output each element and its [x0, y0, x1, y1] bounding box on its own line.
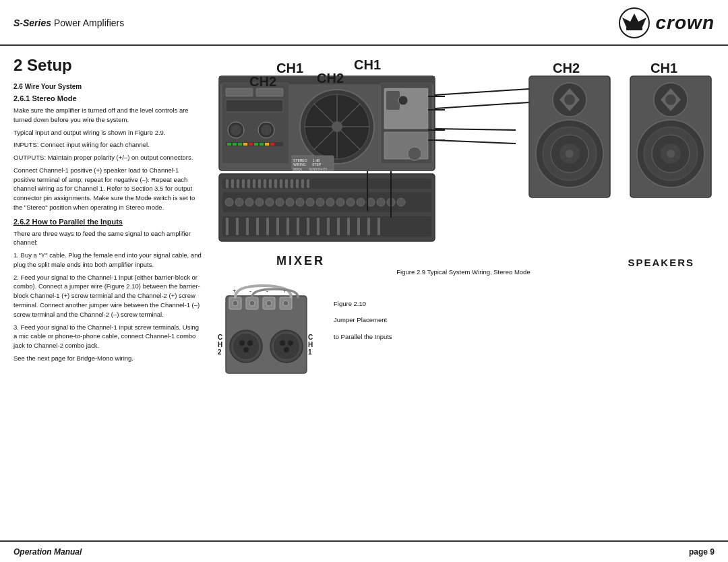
svg-point-61	[286, 198, 294, 206]
svg-rect-78	[266, 218, 269, 235]
right-column: STEREO WIRING 1 dB STEP MODE SENSITIVITY…	[212, 46, 715, 536]
svg-text:H: H	[218, 341, 222, 348]
svg-point-17	[231, 125, 241, 135]
parallel-p2: 1. Buy a "Y" cable. Plug the female end …	[13, 251, 202, 270]
stereo-p5: Connect Channel-1 positive (+) speaker l…	[13, 166, 202, 212]
svg-rect-13	[226, 88, 253, 96]
svg-rect-22	[233, 143, 237, 146]
speakers-diagram: CH1 CH2	[526, 63, 715, 218]
svg-rect-82	[307, 218, 309, 235]
svg-marker-1	[622, 13, 646, 27]
svg-point-69	[367, 198, 375, 206]
svg-rect-88	[367, 218, 370, 235]
series-text: S-Series	[13, 18, 51, 28]
svg-point-136	[243, 347, 249, 352]
svg-point-55	[225, 198, 233, 206]
diagram-bottom: + - - + C	[212, 282, 715, 387]
crown-icon	[618, 7, 650, 39]
page-content: 2 Setup 2.6 Wire Your System 2.6.1 Stere…	[0, 46, 728, 536]
svg-point-63	[306, 198, 314, 206]
svg-rect-43	[253, 179, 255, 188]
footer-left: Operation Manual	[13, 547, 82, 557]
figure-210-caption-block: Figure 2.10 Jumper Placement to Parallel…	[334, 292, 392, 342]
stereo-p1: Make sure the amplifier is turned off an…	[13, 106, 202, 125]
figure-210-line1: Figure 2.10	[334, 299, 392, 309]
svg-rect-85	[337, 218, 340, 235]
svg-rect-28	[265, 143, 269, 146]
svg-rect-2	[626, 27, 642, 30]
svg-point-134	[239, 340, 245, 346]
stereo-p3: INPUTS: Connect input wiring for each ch…	[13, 140, 202, 150]
svg-point-57	[245, 198, 253, 206]
jumper-diagram: + - - + C	[212, 282, 320, 387]
svg-rect-89	[377, 218, 380, 235]
svg-point-70	[377, 198, 385, 206]
svg-rect-52	[301, 179, 304, 188]
svg-rect-53	[307, 179, 309, 188]
svg-rect-81	[297, 218, 299, 235]
svg-rect-80	[286, 218, 289, 235]
svg-point-19	[261, 125, 272, 135]
svg-text:MODE: MODE	[293, 168, 303, 171]
header-title: S-Series Power Amplifiers	[13, 18, 124, 28]
svg-rect-27	[260, 143, 264, 146]
svg-rect-79	[276, 218, 279, 235]
stereo-p2: Typical input and output wiring is shown…	[13, 128, 202, 137]
svg-rect-24	[243, 143, 247, 146]
svg-point-115	[665, 94, 676, 105]
svg-point-11	[332, 121, 342, 132]
figure-210-line2: Jumper Placement	[334, 315, 392, 325]
svg-text:-: -	[249, 288, 251, 294]
svg-rect-26	[254, 143, 258, 146]
stereo-heading: 2.6.1 Stereo Mode	[13, 94, 202, 102]
svg-rect-14	[256, 88, 283, 96]
svg-point-68	[357, 198, 365, 206]
svg-point-67	[346, 198, 355, 206]
wire-section-label: 2.6 Wire Your System	[13, 83, 202, 90]
svg-rect-49	[285, 179, 288, 188]
svg-rect-40	[237, 179, 239, 188]
footer: Operation Manual page 9	[0, 540, 728, 562]
svg-point-33	[408, 147, 421, 160]
svg-rect-86	[347, 218, 350, 235]
svg-rect-25	[249, 143, 253, 146]
stereo-p4: OUTPUTS: Maintain proper polarity (+/–) …	[13, 153, 202, 162]
svg-point-120	[667, 150, 675, 158]
svg-rect-23	[238, 143, 242, 146]
svg-point-71	[387, 198, 395, 206]
svg-rect-44	[258, 179, 261, 188]
svg-rect-15	[226, 100, 283, 112]
footer-right: page 9	[689, 547, 715, 557]
svg-point-135	[247, 340, 253, 346]
svg-point-133	[233, 333, 260, 360]
svg-point-149	[249, 301, 255, 306]
svg-rect-87	[357, 218, 360, 235]
svg-point-140	[288, 340, 293, 346]
svg-point-151	[283, 301, 289, 306]
svg-text:CH2: CH2	[249, 74, 276, 89]
svg-point-65	[326, 198, 334, 206]
svg-text:CH1: CH1	[650, 63, 677, 75]
parallel-p1: There are three ways to feed the same si…	[13, 229, 202, 248]
svg-text:CH2: CH2	[553, 63, 580, 75]
svg-text:WIRING: WIRING	[293, 162, 306, 166]
svg-rect-51	[296, 179, 299, 188]
svg-rect-34	[386, 91, 400, 110]
svg-text:H: H	[308, 341, 313, 348]
svg-text:1: 1	[308, 348, 312, 356]
svg-rect-83	[317, 218, 320, 235]
svg-point-72	[397, 198, 405, 206]
svg-rect-42	[247, 179, 250, 188]
svg-point-139	[280, 340, 285, 346]
header-subtitle: Power Amplifiers	[54, 18, 124, 28]
svg-rect-50	[291, 179, 293, 188]
svg-point-66	[336, 198, 344, 206]
crown-logo: crown	[618, 7, 715, 39]
svg-rect-29	[270, 143, 274, 146]
svg-point-148	[233, 301, 238, 306]
svg-text:CH1: CH1	[276, 61, 303, 75]
svg-point-150	[266, 301, 272, 306]
parallel-p5: See the next page for Bridge-Mono wiring…	[13, 354, 202, 363]
svg-text:STEP: STEP	[312, 162, 322, 166]
svg-text:C: C	[218, 334, 222, 341]
